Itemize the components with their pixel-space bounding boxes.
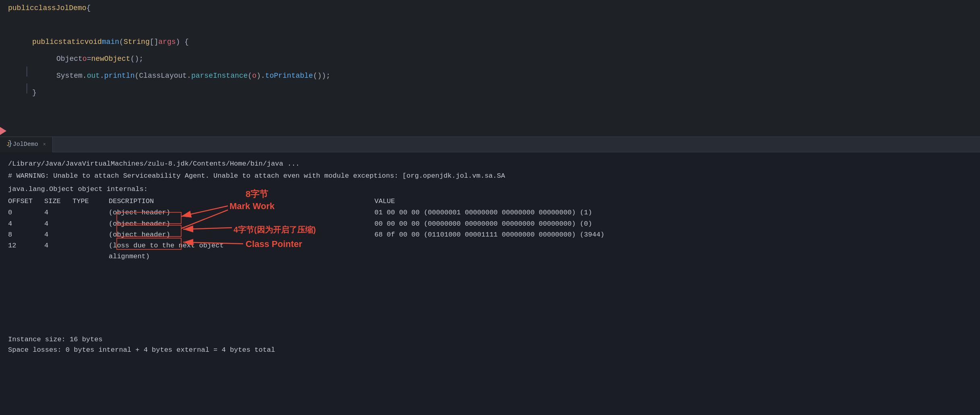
kw-new: new xyxy=(91,55,104,63)
code-line-7 xyxy=(0,106,980,122)
var-o: o xyxy=(83,55,87,63)
classname-joldemo: JolDemo xyxy=(56,4,87,12)
code-line-8 xyxy=(0,122,980,139)
terminal-warning: # WARNING: Unable to attach Serviceabili… xyxy=(8,171,972,181)
method-println: println xyxy=(104,72,135,80)
col-header-description: DESCRIPTION xyxy=(109,196,246,207)
row0-desc: (object header) xyxy=(109,208,246,218)
var-o2: o xyxy=(252,72,256,80)
table-header-row: OFFSET SIZE TYPE DESCRIPTION VALUE xyxy=(8,196,972,207)
table-row-1: 4 4 (object header) 00 00 00 00 (0000000… xyxy=(8,219,972,229)
editor-area: public class JolDemo { public static voi… xyxy=(0,0,980,137)
table-row-2: 8 4 (object header) 68 0f 00 00 (0110100… xyxy=(8,230,972,240)
col-header-value: VALUE xyxy=(374,196,395,207)
table-row-0: 0 4 (object header) 01 00 00 00 (0000000… xyxy=(8,208,972,218)
method-parseinstance: parseInstance xyxy=(191,72,248,80)
brace-open: { xyxy=(86,4,91,12)
row1-offset: 4 xyxy=(8,219,44,229)
kw-public: public xyxy=(32,38,58,46)
col-header-type: TYPE xyxy=(72,196,109,207)
code-line-2 xyxy=(0,21,980,38)
kw-void: void xyxy=(85,38,102,46)
row0-offset: 0 xyxy=(8,208,44,218)
row0-size: 4 xyxy=(44,208,72,218)
classname-object: Object xyxy=(104,55,130,63)
row3-offset: 12 xyxy=(8,241,44,251)
terminal-space-losses: Space losses: 0 bytes internal + 4 bytes… xyxy=(8,345,972,355)
row2-offset: 8 xyxy=(8,230,44,240)
code-line-3: public static void main(String[] args) { xyxy=(0,38,980,55)
param-args: args xyxy=(158,38,176,46)
terminal-table: OFFSET SIZE TYPE DESCRIPTION VALUE 0 4 (… xyxy=(8,196,972,262)
table-row-3: 12 4 (loss due to the next object alignm… xyxy=(8,241,972,262)
type-object: Object xyxy=(56,55,83,63)
row3-size: 4 xyxy=(44,241,72,251)
row1-desc: (object header) xyxy=(109,219,246,229)
row0-value: 01 00 00 00 (00000001 00000000 00000000 … xyxy=(374,208,592,218)
classlayout: ClassLayout xyxy=(139,72,187,80)
fold-indicator: │ xyxy=(24,66,29,77)
kw-static: static xyxy=(58,38,85,46)
method-main: main xyxy=(102,38,119,46)
col-header-offset: OFFSET xyxy=(8,196,44,207)
row2-value: 68 0f 00 00 (01101000 00001111 00000000 … xyxy=(374,230,604,240)
keyword-public: public xyxy=(8,4,34,12)
row3-desc: (loss due to the next object alignment) xyxy=(109,241,246,262)
keyword-class: class xyxy=(34,4,56,12)
code-line-4: Object o = new Object(); xyxy=(0,55,980,72)
row1-size: 4 xyxy=(44,219,72,229)
col-header-size: SIZE xyxy=(44,196,72,207)
col-header-spacer xyxy=(246,196,374,207)
code-line-1: public class JolDemo { xyxy=(0,4,980,21)
breakpoint-indicator xyxy=(0,127,6,135)
code-line-6: } xyxy=(0,89,980,106)
field-out: out xyxy=(87,72,100,80)
terminal-path: /Library/Java/JavaVirtualMachines/zulu-8… xyxy=(8,159,972,169)
row2-size: 4 xyxy=(44,230,72,240)
method-toprintable: toPrintable xyxy=(265,72,313,80)
type-string: String xyxy=(124,38,150,46)
terminal-object-internals: java.lang.Object object internals: xyxy=(8,184,972,195)
terminal-instance-size: Instance size: 16 bytes xyxy=(8,334,972,345)
terminal-area: /Library/Java/JavaVirtualMachines/zulu-8… xyxy=(0,152,980,415)
row2-desc: (object header) xyxy=(109,230,246,240)
code-line-5: System.out.println(ClassLayout.parseInst… xyxy=(0,72,980,89)
row1-value: 00 00 00 00 (00000000 00000000 00000000 … xyxy=(374,219,592,229)
